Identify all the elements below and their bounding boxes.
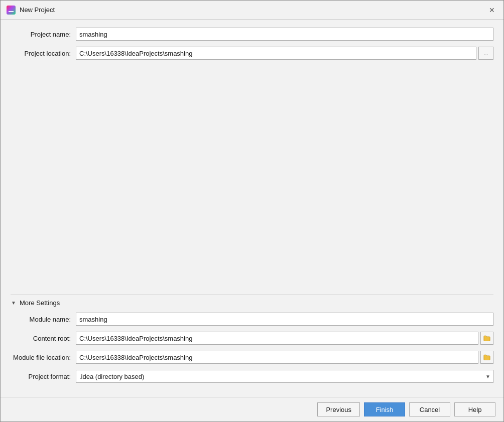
new-project-dialog: New Project ✕ Project name: Project loca…	[0, 0, 504, 422]
more-settings-section: ▼ More Settings Module name: Content roo…	[11, 295, 493, 389]
module-name-input[interactable]	[76, 313, 493, 326]
project-location-input[interactable]	[76, 47, 476, 60]
content-root-browse-button[interactable]	[480, 332, 493, 345]
collapse-arrow-icon: ▼	[11, 300, 17, 306]
close-button[interactable]: ✕	[486, 5, 497, 16]
project-location-label: Project location:	[11, 50, 76, 57]
project-format-label: Project format:	[11, 373, 76, 380]
dialog-content: Project name: Project location: ... ▼ Mo…	[1, 20, 503, 397]
more-settings-toggle[interactable]: ▼ More Settings	[11, 299, 493, 307]
finish-button[interactable]: Finish	[364, 402, 405, 416]
dialog-footer: Previous Finish Cancel Help	[1, 397, 503, 421]
project-format-select[interactable]: .idea (directory based) .ipr (file based…	[76, 370, 493, 383]
project-name-row: Project name:	[11, 28, 493, 41]
project-format-row: Project format: .idea (directory based) …	[11, 370, 493, 383]
more-settings-label: More Settings	[20, 299, 60, 307]
project-name-label: Project name:	[11, 31, 76, 38]
browse-button[interactable]: ...	[478, 47, 493, 60]
module-name-label: Module name:	[11, 316, 76, 323]
folder-icon	[483, 354, 490, 360]
dialog-title: New Project	[20, 6, 55, 14]
title-bar: New Project ✕	[1, 1, 503, 20]
content-root-input[interactable]	[76, 332, 478, 345]
folder-icon	[483, 335, 490, 341]
content-root-row: Content root:	[11, 332, 493, 345]
module-file-location-input[interactable]	[76, 351, 478, 364]
project-format-select-wrapper: .idea (directory based) .ipr (file based…	[76, 370, 493, 383]
app-icon	[7, 6, 16, 15]
module-file-location-label: Module file location:	[11, 354, 76, 361]
project-name-input[interactable]	[76, 28, 493, 41]
cancel-button[interactable]: Cancel	[409, 402, 450, 416]
content-spacer	[11, 66, 493, 291]
content-root-label: Content root:	[11, 335, 76, 342]
module-name-row: Module name:	[11, 313, 493, 326]
module-file-location-browse-button[interactable]	[480, 351, 493, 364]
project-location-row: Project location: ...	[11, 47, 493, 60]
previous-button[interactable]: Previous	[317, 402, 360, 416]
help-button[interactable]: Help	[454, 402, 495, 416]
title-bar-left: New Project	[7, 6, 55, 15]
module-file-location-row: Module file location:	[11, 351, 493, 364]
svg-rect-0	[9, 11, 14, 12]
